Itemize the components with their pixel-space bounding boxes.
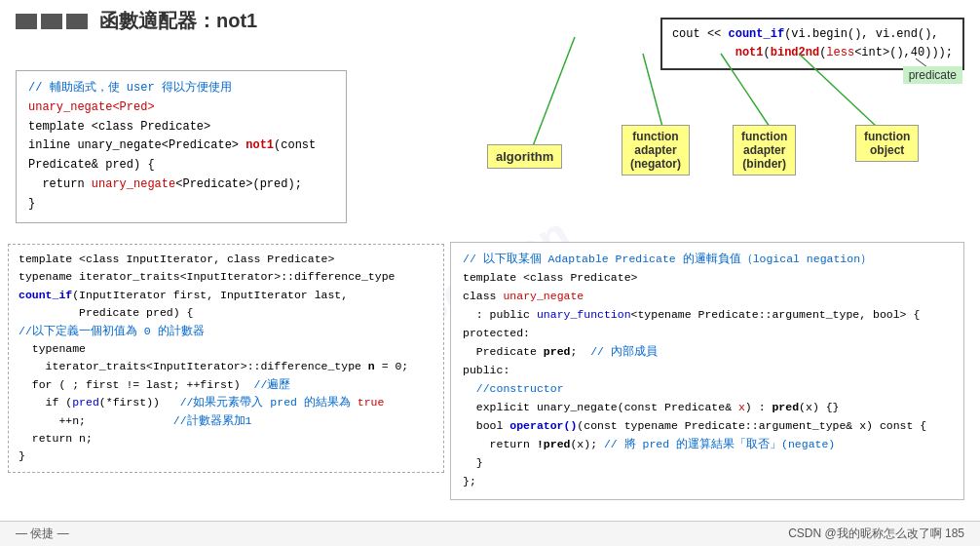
code-box-left-top: // 輔助函式，使 user 得以方便使用 unary_negate<Pred>… <box>16 70 347 223</box>
br-line4: protected: <box>463 325 952 343</box>
label-fn-object: function object <box>855 125 919 162</box>
br-line7: explicit unary_negate(const Predicate& x… <box>463 399 952 417</box>
br-line6: public: <box>463 362 952 380</box>
code-line-template: template <class Predicate> <box>28 118 334 137</box>
label-fn-adapter-negator: function adapter (negator) <box>622 125 690 176</box>
footer: — 侯捷 — CSDN @我的昵称怎么改了啊 185 <box>0 521 980 546</box>
bl-line4: Predicate pred) { <box>19 304 433 322</box>
br-comment1: // 以下取某個 Adaptable Predicate 的邏輯負值（logic… <box>463 251 952 269</box>
code-box-top-right: cout << count_if(vi.begin(), vi.end(), n… <box>660 18 964 70</box>
br-line1: template <class Predicate> <box>463 269 952 288</box>
bl-line11: } <box>19 448 433 465</box>
code-box-bottom-left: template <class InputIterator, class Pre… <box>8 244 444 473</box>
bl-line3: count_if(InputIterator first, InputItera… <box>19 287 433 304</box>
code-line-return: return unary_negate<Predicate>(pred); <box>28 176 334 195</box>
bl-line10: return n; <box>19 430 433 448</box>
bl-line8: if (pred(*first)) //如果元素帶入 pred 的結果為 tru… <box>19 394 433 411</box>
icon-box-2 <box>41 14 62 29</box>
label-fn-adapter-binder: function adapter (binder) <box>733 125 796 176</box>
code-line-close: } <box>28 195 334 214</box>
br-comment2: //constructor <box>463 380 952 399</box>
label-predicate: predicate <box>903 66 962 84</box>
bl-line1: template <class InputIterator, class Pre… <box>19 251 433 268</box>
footer-left: — 侯捷 — <box>16 526 69 542</box>
bl-line5: typename <box>19 340 433 358</box>
br-line5: Predicate pred; // 內部成員 <box>463 343 952 362</box>
code-line-inline: inline unary_negate<Predicate> not1(cons… <box>28 136 334 176</box>
page-title: 函數適配器：not1 <box>99 8 257 34</box>
code-comment: // 輔助函式，使 user 得以方便使用 unary_negate<Pred> <box>28 79 334 118</box>
page-container: BooLan 函數適配器：not1 cout << count_if(vi.be… <box>0 0 980 546</box>
br-line3: : public unary_function<typename Predica… <box>463 306 952 325</box>
br-line8: bool operator()(const typename Predicate… <box>463 417 952 436</box>
label-algorithm: algorithm <box>487 144 562 169</box>
code-box-bottom-right: // 以下取某個 Adaptable Predicate 的邏輯負值（logic… <box>450 242 964 500</box>
bl-comment1: //以下定義一個初值為 0 的計數器 <box>19 323 433 340</box>
code-line-2: not1(bind2nd(less<int>(),40))); <box>672 44 953 62</box>
bl-line9: ++n; //計數器累加1 <box>19 412 433 430</box>
footer-right: CSDN @我的昵称怎么改了啊 185 <box>788 526 964 542</box>
bl-line2: typename iterator_traits<InputIterator>:… <box>19 268 433 286</box>
bl-line6: iterator_traits<InputIterator>::differen… <box>19 358 433 375</box>
br-line11: }; <box>463 473 952 491</box>
code-line-1: cout << count_if(vi.begin(), vi.end(), <box>672 25 953 44</box>
br-line9: return !pred(x); // 將 pred 的運算結果「取否」(neg… <box>463 436 952 454</box>
br-line10: } <box>463 454 952 473</box>
icon-box-3 <box>66 14 88 29</box>
icon-box-1 <box>16 14 37 29</box>
br-line2: class unary_negate <box>463 288 952 306</box>
bl-line7: for ( ; first != last; ++first) //遍歷 <box>19 376 433 394</box>
header-icons <box>16 14 88 29</box>
